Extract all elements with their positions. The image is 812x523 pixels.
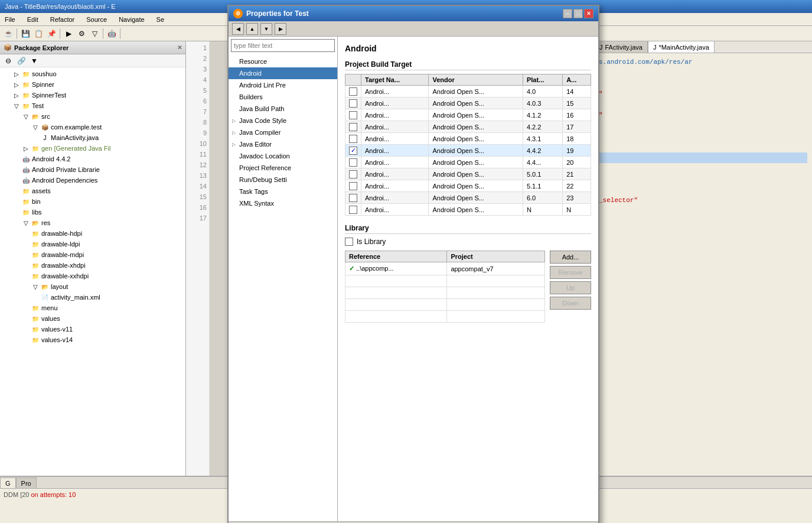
dialog-close-btn[interactable]: ✕ — [584, 9, 593, 18]
package-explorer-close[interactable]: ✕ — [177, 44, 182, 51]
is-library-checkbox[interactable] — [345, 238, 353, 246]
bottom-tab-g[interactable]: G — [0, 477, 16, 488]
build-target-row-1[interactable]: Androi...Android Open S...4.0.315 — [345, 98, 591, 109]
pe-collapse-icon[interactable]: ⊖ — [2, 55, 14, 67]
toolbar-icon-7[interactable]: ▽ — [89, 28, 100, 40]
toolbar-icon-1[interactable]: ☕ — [2, 28, 14, 40]
dialog-maximize-btn[interactable]: □ — [573, 9, 583, 18]
tree-item-bin[interactable]: 📁 bin — [0, 196, 185, 207]
build-target-row-7[interactable]: Androi...Android Open S...5.0.121 — [345, 168, 591, 180]
tree-item-android442[interactable]: 🤖 Android 4.4.2 — [0, 154, 185, 164]
dtree-item-run-debug[interactable]: Run/Debug Setti — [229, 174, 337, 186]
build-target-check-4[interactable] — [345, 133, 361, 145]
editor-tab-mainactivity[interactable]: J *MainActivity.java — [648, 41, 715, 53]
tree-item-drawable-xxhdpi[interactable]: 📁 drawable-xxhdpi — [0, 271, 185, 281]
checkbox-4[interactable] — [349, 135, 357, 143]
build-target-check-7[interactable] — [345, 168, 361, 180]
filter-input[interactable] — [231, 39, 335, 52]
toolbar-icon-3[interactable]: 📋 — [32, 28, 44, 40]
build-target-check-5[interactable]: ✓ — [345, 145, 361, 157]
build-target-row-5[interactable]: ✓Androi...Android Open S...4.4.219 — [345, 145, 591, 157]
tree-item-src[interactable]: ▽ 📂 src — [0, 111, 185, 122]
build-target-row-10[interactable]: Androi...Android Open S...NN — [345, 204, 591, 216]
tree-item-drawable-hdpi[interactable]: 📁 drawable-hdpi — [0, 228, 185, 239]
dtree-item-java-code-style[interactable]: ▷ Java Code Style — [229, 115, 337, 126]
checkbox-5[interactable]: ✓ — [349, 147, 357, 155]
build-target-row-2[interactable]: Androi...Android Open S...4.1.216 — [345, 109, 591, 121]
build-target-check-6[interactable] — [345, 157, 361, 168]
toolbar-icon-4[interactable]: 📌 — [45, 28, 57, 40]
checkbox-7[interactable] — [349, 170, 357, 178]
build-target-check-2[interactable] — [345, 109, 361, 121]
tree-item-drawable-ldpi[interactable]: 📁 drawable-ldpi — [0, 239, 185, 249]
dtree-item-java-compiler[interactable]: ▷ Java Compiler — [229, 126, 337, 138]
tree-item-drawable-mdpi[interactable]: 📁 drawable-mdpi — [0, 249, 185, 260]
nav-forward-up-btn[interactable]: ▲ — [246, 23, 258, 35]
tree-item-activity-main-xml[interactable]: 📄 activity_main.xml — [0, 292, 185, 303]
tree-item-menu[interactable]: 📁 menu — [0, 303, 185, 313]
menu-navigate[interactable]: Navigate — [116, 15, 146, 24]
dtree-item-task-tags[interactable]: Task Tags — [229, 186, 337, 197]
remove-ref-button[interactable]: Remove — [550, 266, 591, 279]
tree-item-test[interactable]: ▽ 📁 Test — [0, 100, 185, 111]
checkbox-0[interactable] — [349, 87, 357, 96]
tree-item-com-example[interactable]: ▽ 📦 com.example.test — [0, 122, 185, 132]
tree-item-mainactivity[interactable]: J MainActivity.java — [0, 132, 185, 143]
build-target-check-8[interactable] — [345, 180, 361, 192]
checkbox-8[interactable] — [349, 182, 357, 190]
checkbox-1[interactable] — [349, 99, 357, 108]
dtree-item-android-lint[interactable]: Android Lint Pre — [229, 79, 337, 91]
build-target-check-10[interactable] — [345, 204, 361, 216]
tree-item-libs[interactable]: 📁 libs — [0, 207, 185, 217]
dtree-item-project-ref[interactable]: Project Reference — [229, 162, 337, 174]
dtree-item-java-editor[interactable]: ▷ Java Editor — [229, 138, 337, 150]
down-ref-button[interactable]: Down — [550, 297, 591, 310]
nav-back-btn[interactable]: ◀ — [232, 23, 244, 35]
editor-code-area[interactable]: s.android.com/apk/res/ar " " — [594, 53, 812, 241]
pe-menu-icon[interactable]: ▼ — [28, 55, 40, 67]
dialog-minimize-btn[interactable]: ─ — [563, 9, 572, 18]
checkbox-6[interactable] — [349, 158, 357, 167]
toolbar-icon-android[interactable]: 🤖 — [106, 28, 118, 40]
build-target-row-8[interactable]: Androi...Android Open S...5.1.122 — [345, 180, 591, 192]
editor-tab-factivity[interactable]: J FActivity.java — [594, 41, 648, 53]
add-ref-button[interactable]: Add... — [550, 251, 591, 264]
tree-item-assets[interactable]: 📁 assets — [0, 186, 185, 196]
build-target-row-4[interactable]: Androi...Android Open S...4.3.118 — [345, 133, 591, 145]
bottom-tab-pro[interactable]: Pro — [16, 477, 37, 488]
nav-forward-btn[interactable]: ▶ — [275, 23, 286, 35]
toolbar-icon-5[interactable]: ▶ — [63, 28, 74, 40]
menu-edit[interactable]: Edit — [25, 15, 41, 24]
menu-se[interactable]: Se — [154, 15, 167, 24]
build-target-check-0[interactable] — [345, 86, 361, 98]
tree-item-drawable-xhdpi[interactable]: 📁 drawable-xhdpi — [0, 260, 185, 271]
checkbox-3[interactable] — [349, 123, 357, 131]
dtree-item-xml-syntax[interactable]: XML Syntax — [229, 197, 337, 209]
menu-refactor[interactable]: Refactor — [48, 15, 77, 24]
menu-source[interactable]: Source — [84, 15, 109, 24]
ref-table-row-0[interactable]: ✓ ..\appcomp... appcompat_v7 — [345, 262, 545, 275]
toolbar-icon-2[interactable]: 💾 — [19, 28, 31, 40]
menu-file[interactable]: File — [2, 15, 18, 24]
tree-item-spinnertest[interactable]: ▷ 📁 SpinnerTest — [0, 90, 185, 100]
build-target-row-3[interactable]: Androi...Android Open S...4.2.217 — [345, 121, 591, 133]
tree-item-spinner[interactable]: ▷ 📁 Spinner — [0, 79, 185, 90]
dtree-item-java-build-path[interactable]: Java Build Path — [229, 103, 337, 115]
build-target-check-1[interactable] — [345, 98, 361, 109]
dtree-item-javadoc[interactable]: Javadoc Location — [229, 150, 337, 162]
dtree-item-resource[interactable]: Resource — [229, 56, 337, 67]
tree-item-values-v14[interactable]: 📁 values-v14 — [0, 334, 185, 345]
pe-link-icon[interactable]: 🔗 — [15, 55, 27, 67]
tree-item-values-v11[interactable]: 📁 values-v11 — [0, 324, 185, 334]
tree-item-res[interactable]: ▽ 📂 res — [0, 217, 185, 228]
build-target-check-9[interactable] — [345, 192, 361, 204]
up-ref-button[interactable]: Up — [550, 281, 591, 294]
dtree-item-builders[interactable]: Builders — [229, 91, 337, 103]
checkbox-2[interactable] — [349, 111, 357, 119]
tree-item-layout[interactable]: ▽ 📂 layout — [0, 281, 185, 292]
build-target-row-0[interactable]: Androi...Android Open S...4.014 — [345, 86, 591, 98]
nav-forward-down-btn[interactable]: ▼ — [260, 23, 272, 35]
tree-item-values[interactable]: 📁 values — [0, 313, 185, 324]
build-target-row-6[interactable]: Androi...Android Open S...4.4...20 — [345, 157, 591, 168]
build-target-check-3[interactable] — [345, 121, 361, 133]
